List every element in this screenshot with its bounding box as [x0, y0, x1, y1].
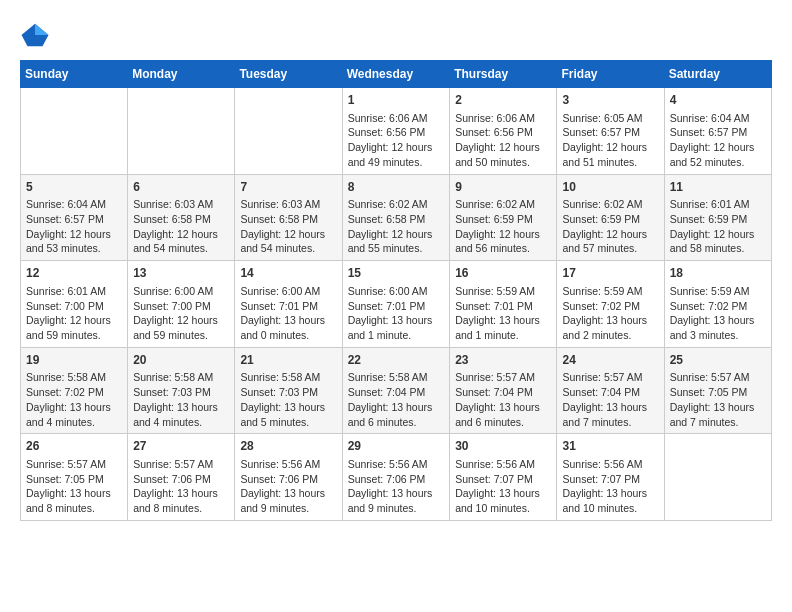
- calendar-cell: 20Sunrise: 5:58 AMSunset: 7:03 PMDayligh…: [128, 347, 235, 434]
- cell-content-line: Sunset: 7:01 PM: [348, 299, 445, 314]
- cell-content-line: Daylight: 13 hours: [348, 486, 445, 501]
- cell-content-line: and 53 minutes.: [26, 241, 122, 256]
- cell-content-line: Sunrise: 6:04 AM: [26, 197, 122, 212]
- cell-content-line: and 4 minutes.: [26, 415, 122, 430]
- cell-content-line: Daylight: 13 hours: [670, 313, 766, 328]
- day-number: 28: [240, 438, 336, 455]
- calendar-cell: 1Sunrise: 6:06 AMSunset: 6:56 PMDaylight…: [342, 88, 450, 175]
- calendar-cell: 31Sunrise: 5:56 AMSunset: 7:07 PMDayligh…: [557, 434, 664, 521]
- cell-content-line: Sunset: 7:03 PM: [240, 385, 336, 400]
- day-number: 6: [133, 179, 229, 196]
- cell-content-line: and 7 minutes.: [670, 415, 766, 430]
- calendar-table: SundayMondayTuesdayWednesdayThursdayFrid…: [20, 60, 772, 521]
- calendar-cell: 4Sunrise: 6:04 AMSunset: 6:57 PMDaylight…: [664, 88, 771, 175]
- cell-content-line: Sunrise: 6:06 AM: [348, 111, 445, 126]
- page-header: [20, 20, 772, 50]
- day-number: 4: [670, 92, 766, 109]
- cell-content-line: Sunset: 7:00 PM: [26, 299, 122, 314]
- cell-content-line: Sunrise: 5:56 AM: [562, 457, 658, 472]
- cell-content-line: Daylight: 12 hours: [240, 227, 336, 242]
- cell-content-line: Sunset: 7:00 PM: [133, 299, 229, 314]
- calendar-cell: [664, 434, 771, 521]
- day-number: 16: [455, 265, 551, 282]
- cell-content-line: Daylight: 13 hours: [26, 400, 122, 415]
- week-row-0: 1Sunrise: 6:06 AMSunset: 6:56 PMDaylight…: [21, 88, 772, 175]
- day-number: 7: [240, 179, 336, 196]
- cell-content-line: Sunrise: 5:56 AM: [348, 457, 445, 472]
- cell-content-line: Sunrise: 5:58 AM: [348, 370, 445, 385]
- calendar-cell: 26Sunrise: 5:57 AMSunset: 7:05 PMDayligh…: [21, 434, 128, 521]
- cell-content-line: Daylight: 12 hours: [562, 140, 658, 155]
- cell-content-line: Sunrise: 5:56 AM: [240, 457, 336, 472]
- calendar-cell: 25Sunrise: 5:57 AMSunset: 7:05 PMDayligh…: [664, 347, 771, 434]
- day-number: 12: [26, 265, 122, 282]
- cell-content-line: Sunset: 7:01 PM: [455, 299, 551, 314]
- day-number: 22: [348, 352, 445, 369]
- calendar-cell: 30Sunrise: 5:56 AMSunset: 7:07 PMDayligh…: [450, 434, 557, 521]
- day-number: 17: [562, 265, 658, 282]
- cell-content-line: Daylight: 12 hours: [26, 227, 122, 242]
- cell-content-line: and 50 minutes.: [455, 155, 551, 170]
- logo-icon: [20, 20, 50, 50]
- cell-content-line: Sunset: 6:57 PM: [562, 125, 658, 140]
- cell-content-line: Daylight: 12 hours: [670, 227, 766, 242]
- cell-content-line: and 9 minutes.: [240, 501, 336, 516]
- cell-content-line: Sunset: 7:04 PM: [348, 385, 445, 400]
- cell-content-line: Daylight: 12 hours: [562, 227, 658, 242]
- cell-content-line: and 55 minutes.: [348, 241, 445, 256]
- cell-content-line: Daylight: 13 hours: [455, 400, 551, 415]
- day-number: 2: [455, 92, 551, 109]
- cell-content-line: Daylight: 12 hours: [455, 140, 551, 155]
- cell-content-line: Daylight: 13 hours: [240, 400, 336, 415]
- cell-content-line: and 57 minutes.: [562, 241, 658, 256]
- cell-content-line: Sunrise: 5:57 AM: [562, 370, 658, 385]
- cell-content-line: and 51 minutes.: [562, 155, 658, 170]
- cell-content-line: and 59 minutes.: [26, 328, 122, 343]
- calendar-cell: 13Sunrise: 6:00 AMSunset: 7:00 PMDayligh…: [128, 261, 235, 348]
- cell-content-line: Daylight: 13 hours: [133, 400, 229, 415]
- cell-content-line: Sunrise: 6:03 AM: [240, 197, 336, 212]
- cell-content-line: Sunrise: 5:59 AM: [562, 284, 658, 299]
- calendar-cell: 7Sunrise: 6:03 AMSunset: 6:58 PMDaylight…: [235, 174, 342, 261]
- day-number: 8: [348, 179, 445, 196]
- day-number: 31: [562, 438, 658, 455]
- calendar-cell: 5Sunrise: 6:04 AMSunset: 6:57 PMDaylight…: [21, 174, 128, 261]
- cell-content-line: Sunrise: 6:02 AM: [348, 197, 445, 212]
- day-number: 26: [26, 438, 122, 455]
- cell-content-line: Daylight: 13 hours: [348, 313, 445, 328]
- calendar-cell: 12Sunrise: 6:01 AMSunset: 7:00 PMDayligh…: [21, 261, 128, 348]
- cell-content-line: and 6 minutes.: [348, 415, 445, 430]
- cell-content-line: Sunrise: 6:03 AM: [133, 197, 229, 212]
- cell-content-line: and 1 minute.: [348, 328, 445, 343]
- week-row-1: 5Sunrise: 6:04 AMSunset: 6:57 PMDaylight…: [21, 174, 772, 261]
- cell-content-line: Sunrise: 6:00 AM: [133, 284, 229, 299]
- day-number: 14: [240, 265, 336, 282]
- cell-content-line: and 52 minutes.: [670, 155, 766, 170]
- cell-content-line: and 0 minutes.: [240, 328, 336, 343]
- cell-content-line: Sunrise: 5:58 AM: [133, 370, 229, 385]
- day-number: 27: [133, 438, 229, 455]
- day-header-tuesday: Tuesday: [235, 61, 342, 88]
- calendar-cell: 18Sunrise: 5:59 AMSunset: 7:02 PMDayligh…: [664, 261, 771, 348]
- cell-content-line: Sunrise: 6:00 AM: [348, 284, 445, 299]
- day-number: 19: [26, 352, 122, 369]
- calendar-cell: 24Sunrise: 5:57 AMSunset: 7:04 PMDayligh…: [557, 347, 664, 434]
- cell-content-line: Sunrise: 6:01 AM: [26, 284, 122, 299]
- cell-content-line: Sunset: 7:04 PM: [455, 385, 551, 400]
- day-header-wednesday: Wednesday: [342, 61, 450, 88]
- cell-content-line: Daylight: 13 hours: [240, 486, 336, 501]
- cell-content-line: Sunset: 7:01 PM: [240, 299, 336, 314]
- cell-content-line: and 58 minutes.: [670, 241, 766, 256]
- day-number: 30: [455, 438, 551, 455]
- cell-content-line: Sunset: 7:03 PM: [133, 385, 229, 400]
- cell-content-line: Sunset: 7:05 PM: [670, 385, 766, 400]
- day-number: 15: [348, 265, 445, 282]
- cell-content-line: Sunrise: 5:56 AM: [455, 457, 551, 472]
- cell-content-line: Sunset: 6:58 PM: [240, 212, 336, 227]
- calendar-cell: 19Sunrise: 5:58 AMSunset: 7:02 PMDayligh…: [21, 347, 128, 434]
- day-number: 20: [133, 352, 229, 369]
- day-number: 13: [133, 265, 229, 282]
- cell-content-line: Daylight: 12 hours: [670, 140, 766, 155]
- cell-content-line: Daylight: 12 hours: [133, 313, 229, 328]
- day-number: 21: [240, 352, 336, 369]
